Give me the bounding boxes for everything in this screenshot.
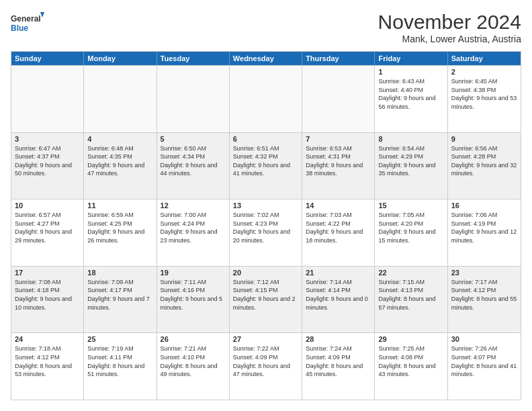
day-info: Sunrise: 6:54 AM Sunset: 4:29 PM Dayligh…	[378, 144, 443, 178]
day-number: 6	[233, 135, 298, 143]
day-info: Sunrise: 6:43 AM Sunset: 4:40 PM Dayligh…	[378, 77, 443, 111]
day-number: 7	[306, 135, 371, 143]
day-number: 25	[87, 335, 152, 343]
day-number: 30	[451, 335, 517, 343]
day-info: Sunrise: 6:48 AM Sunset: 4:35 PM Dayligh…	[87, 144, 152, 178]
day-number: 17	[15, 269, 80, 277]
page-header: General Blue November 2024 Mank, Lower A…	[11, 11, 521, 44]
day-info: Sunrise: 7:06 AM Sunset: 4:19 PM Dayligh…	[451, 211, 517, 244]
day-info: Sunrise: 6:53 AM Sunset: 4:31 PM Dayligh…	[306, 144, 371, 178]
svg-text:Blue: Blue	[11, 24, 28, 33]
header-day-sunday: Sunday	[11, 52, 84, 65]
calendar-week-3: 10Sunrise: 6:57 AM Sunset: 4:27 PM Dayli…	[11, 199, 521, 266]
empty-cell	[302, 66, 375, 132]
day-cell-25: 25Sunrise: 7:19 AM Sunset: 4:11 PM Dayli…	[84, 333, 157, 400]
logo: General Blue	[11, 11, 44, 38]
header-day-wednesday: Wednesday	[230, 52, 302, 65]
day-cell-11: 11Sunrise: 6:59 AM Sunset: 4:25 PM Dayli…	[84, 199, 157, 266]
day-info: Sunrise: 7:03 AM Sunset: 4:22 PM Dayligh…	[306, 211, 371, 244]
day-number: 14	[306, 201, 371, 210]
day-info: Sunrise: 7:19 AM Sunset: 4:11 PM Dayligh…	[87, 345, 152, 378]
day-cell-2: 2Sunrise: 6:45 AM Sunset: 4:38 PM Daylig…	[448, 66, 521, 132]
day-number: 24	[15, 335, 80, 343]
header-day-thursday: Thursday	[302, 52, 375, 65]
day-info: Sunrise: 7:21 AM Sunset: 4:10 PM Dayligh…	[161, 345, 226, 378]
day-cell-22: 22Sunrise: 7:15 AM Sunset: 4:13 PM Dayli…	[375, 267, 447, 333]
day-cell-27: 27Sunrise: 7:22 AM Sunset: 4:09 PM Dayli…	[230, 333, 302, 400]
day-cell-30: 30Sunrise: 7:26 AM Sunset: 4:07 PM Dayli…	[448, 333, 521, 400]
day-cell-26: 26Sunrise: 7:21 AM Sunset: 4:10 PM Dayli…	[157, 333, 230, 400]
day-cell-13: 13Sunrise: 7:02 AM Sunset: 4:23 PM Dayli…	[230, 199, 302, 266]
day-info: Sunrise: 7:02 AM Sunset: 4:23 PM Dayligh…	[233, 211, 298, 244]
day-number: 12	[161, 201, 226, 210]
day-cell-8: 8Sunrise: 6:54 AM Sunset: 4:29 PM Daylig…	[375, 133, 447, 199]
day-cell-9: 9Sunrise: 6:56 AM Sunset: 4:28 PM Daylig…	[448, 133, 521, 199]
svg-text:General: General	[11, 14, 41, 24]
day-cell-21: 21Sunrise: 7:14 AM Sunset: 4:14 PM Dayli…	[302, 267, 375, 333]
day-info: Sunrise: 7:14 AM Sunset: 4:14 PM Dayligh…	[306, 278, 371, 312]
day-cell-17: 17Sunrise: 7:08 AM Sunset: 4:18 PM Dayli…	[11, 267, 84, 333]
day-number: 23	[451, 269, 517, 277]
day-info: Sunrise: 6:57 AM Sunset: 4:27 PM Dayligh…	[15, 211, 80, 244]
header-day-friday: Friday	[375, 52, 447, 65]
day-number: 13	[233, 201, 298, 210]
day-number: 16	[451, 201, 517, 210]
day-cell-12: 12Sunrise: 7:00 AM Sunset: 4:24 PM Dayli…	[157, 199, 230, 266]
day-info: Sunrise: 7:09 AM Sunset: 4:17 PM Dayligh…	[87, 278, 152, 312]
day-cell-5: 5Sunrise: 6:50 AM Sunset: 4:34 PM Daylig…	[157, 133, 230, 199]
day-number: 5	[161, 135, 226, 143]
day-cell-14: 14Sunrise: 7:03 AM Sunset: 4:22 PM Dayli…	[302, 199, 375, 266]
day-cell-3: 3Sunrise: 6:47 AM Sunset: 4:37 PM Daylig…	[11, 133, 84, 199]
day-number: 19	[161, 269, 226, 277]
day-cell-23: 23Sunrise: 7:17 AM Sunset: 4:12 PM Dayli…	[448, 267, 521, 333]
day-info: Sunrise: 7:15 AM Sunset: 4:13 PM Dayligh…	[378, 278, 443, 312]
day-info: Sunrise: 7:17 AM Sunset: 4:12 PM Dayligh…	[451, 278, 517, 312]
day-number: 1	[378, 68, 443, 76]
day-cell-24: 24Sunrise: 7:18 AM Sunset: 4:12 PM Dayli…	[11, 333, 84, 400]
day-number: 26	[161, 335, 226, 343]
day-info: Sunrise: 7:11 AM Sunset: 4:16 PM Dayligh…	[161, 278, 226, 312]
day-number: 9	[451, 135, 517, 143]
day-number: 3	[15, 135, 80, 143]
day-number: 21	[306, 269, 371, 277]
day-cell-7: 7Sunrise: 6:53 AM Sunset: 4:31 PM Daylig…	[302, 133, 375, 199]
day-number: 27	[233, 335, 298, 343]
day-info: Sunrise: 7:05 AM Sunset: 4:20 PM Dayligh…	[378, 211, 443, 244]
day-info: Sunrise: 7:00 AM Sunset: 4:24 PM Dayligh…	[161, 211, 226, 244]
calendar: SundayMondayTuesdayWednesdayThursdayFrid…	[11, 51, 521, 400]
day-info: Sunrise: 7:24 AM Sunset: 4:09 PM Dayligh…	[306, 345, 371, 378]
day-cell-28: 28Sunrise: 7:24 AM Sunset: 4:09 PM Dayli…	[302, 333, 375, 400]
empty-cell	[84, 66, 157, 132]
day-number: 4	[87, 135, 152, 143]
calendar-week-4: 17Sunrise: 7:08 AM Sunset: 4:18 PM Dayli…	[11, 266, 521, 333]
calendar-week-1: 1Sunrise: 6:43 AM Sunset: 4:40 PM Daylig…	[11, 65, 521, 132]
day-info: Sunrise: 6:56 AM Sunset: 4:28 PM Dayligh…	[451, 144, 517, 178]
svg-marker-2	[40, 12, 44, 17]
day-cell-16: 16Sunrise: 7:06 AM Sunset: 4:19 PM Dayli…	[448, 199, 521, 266]
day-info: Sunrise: 6:47 AM Sunset: 4:37 PM Dayligh…	[15, 144, 80, 178]
day-info: Sunrise: 7:08 AM Sunset: 4:18 PM Dayligh…	[15, 278, 80, 312]
day-number: 28	[306, 335, 371, 343]
day-cell-1: 1Sunrise: 6:43 AM Sunset: 4:40 PM Daylig…	[375, 66, 447, 132]
day-number: 15	[378, 201, 443, 210]
day-cell-20: 20Sunrise: 7:12 AM Sunset: 4:15 PM Dayli…	[230, 267, 302, 333]
day-number: 2	[451, 68, 517, 76]
empty-cell	[157, 66, 230, 132]
title-block: November 2024 Mank, Lower Austria, Austr…	[378, 11, 521, 44]
empty-cell	[230, 66, 302, 132]
day-cell-6: 6Sunrise: 6:51 AM Sunset: 4:32 PM Daylig…	[230, 133, 302, 199]
calendar-body: 1Sunrise: 6:43 AM Sunset: 4:40 PM Daylig…	[11, 65, 521, 400]
day-cell-4: 4Sunrise: 6:48 AM Sunset: 4:35 PM Daylig…	[84, 133, 157, 199]
day-info: Sunrise: 7:22 AM Sunset: 4:09 PM Dayligh…	[233, 345, 298, 378]
day-number: 29	[378, 335, 443, 343]
day-number: 11	[87, 201, 152, 210]
day-cell-18: 18Sunrise: 7:09 AM Sunset: 4:17 PM Dayli…	[84, 267, 157, 333]
day-info: Sunrise: 6:45 AM Sunset: 4:38 PM Dayligh…	[451, 77, 517, 111]
header-day-tuesday: Tuesday	[157, 52, 230, 65]
day-cell-19: 19Sunrise: 7:11 AM Sunset: 4:16 PM Dayli…	[157, 267, 230, 333]
header-day-monday: Monday	[84, 52, 157, 65]
day-cell-10: 10Sunrise: 6:57 AM Sunset: 4:27 PM Dayli…	[11, 199, 84, 266]
day-number: 22	[378, 269, 443, 277]
day-info: Sunrise: 7:26 AM Sunset: 4:07 PM Dayligh…	[451, 345, 517, 378]
empty-cell	[11, 66, 84, 132]
